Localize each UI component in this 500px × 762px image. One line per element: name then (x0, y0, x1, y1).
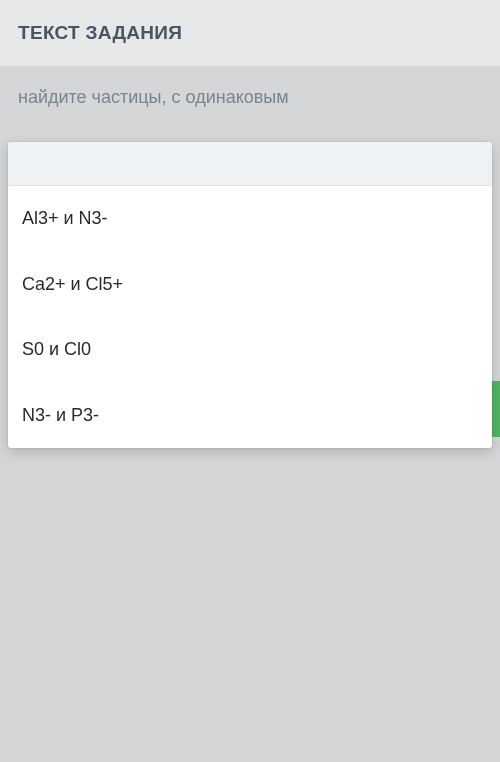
dropdown-panel: Al3+ и N3- Ca2+ и Cl5+ S0 и Cl0 N3- и P3… (8, 142, 492, 448)
dropdown-option[interactable]: Ca2+ и Cl5+ (8, 252, 492, 318)
dropdown-search-area[interactable] (8, 142, 492, 186)
dropdown-option[interactable]: N3- и P3- (8, 383, 492, 449)
dropdown-options-list: Al3+ и N3- Ca2+ и Cl5+ S0 и Cl0 N3- и P3… (8, 186, 492, 448)
dropdown-option[interactable]: S0 и Cl0 (8, 317, 492, 383)
dropdown-option[interactable]: Al3+ и N3- (8, 186, 492, 252)
question-text: найдите частицы, с одинаковым (0, 67, 500, 118)
task-header: ТЕКСТ ЗАДАНИЯ (0, 0, 500, 67)
task-header-title: ТЕКСТ ЗАДАНИЯ (18, 22, 482, 44)
